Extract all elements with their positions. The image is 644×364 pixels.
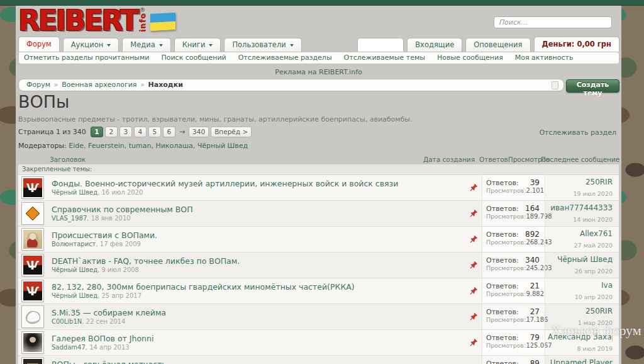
thread-title[interactable]: S.Mi.35 — собираем клейма [52, 308, 465, 317]
tab-money[interactable]: Деньги: 0,00 грн [534, 37, 620, 52]
thread-title[interactable]: Справочник по современным ВОП [52, 205, 465, 214]
subnav-watched-threads[interactable]: Отслеживаемые темы [344, 54, 425, 62]
tab-alerts[interactable]: Оповещения [465, 38, 530, 52]
replies-count: 340 [525, 256, 540, 264]
last-post-date[interactable]: 1 мар 2020 [578, 319, 613, 326]
page-button-4[interactable]: 4 [134, 127, 147, 137]
thread-title[interactable]: Галерея ВОПов от Jhonni [52, 334, 465, 343]
last-post-user[interactable]: Iva [548, 281, 613, 290]
avatar-upa-trident[interactable] [22, 280, 43, 302]
thread-author[interactable]: Saddam47 [52, 344, 86, 351]
avatar-upa-trident[interactable] [22, 177, 43, 198]
moderator-link[interactable]: Eide [69, 142, 84, 150]
thread-author[interactable]: Чёрный Швед [52, 292, 97, 299]
table-row: 82, 132, 280, 300мм боеприпасы гвардейск… [18, 278, 619, 304]
thread-author[interactable]: Чёрный Швед [52, 189, 97, 196]
last-post-user[interactable]: 250RIR [548, 307, 613, 316]
last-post-date[interactable]: 27 май 2020 [574, 242, 613, 249]
ad-link[interactable]: Реклама на REIBERT.info [16, 68, 621, 76]
page-button-1[interactable]: 1 [91, 127, 103, 137]
header-last-message[interactable]: Последнее сообщение↓ [541, 156, 619, 163]
page-button-3[interactable]: 3 [119, 127, 132, 137]
page-skip-arrow[interactable]: → [179, 128, 185, 136]
pin-icon [469, 287, 478, 295]
breadcrumb-forum[interactable]: Форум [26, 79, 50, 91]
thread-title[interactable]: Происшествия с ВОПами. [52, 230, 465, 240]
subnav-my-activity[interactable]: Моя активность [515, 54, 574, 62]
tab-account[interactable] [357, 38, 404, 52]
subnav-new-posts[interactable]: Новые сообщения [437, 54, 503, 62]
moderators-label: Модераторы: [18, 142, 67, 150]
thread-author[interactable]: C00Lib1N [52, 318, 82, 325]
table-row: Фонды. Военно-исторический музей артилле… [18, 175, 619, 201]
table-row: Галерея ВОПов от Jhonni Saddam4714 апр 2… [18, 330, 619, 356]
tab-media[interactable]: Медиа [122, 38, 170, 52]
table-row: Происшествия с ВОПами. Волюнтарист17 фев… [18, 227, 619, 253]
site-logo[interactable]: REIBERT ® info [18, 6, 175, 35]
thread-title[interactable]: DEATH`актив - FAQ, точнее ликбез по ВОПа… [52, 256, 465, 266]
last-post-user[interactable]: иван777444333 [548, 203, 613, 212]
avatar-hazard-diamond[interactable] [22, 203, 43, 224]
header-replies[interactable]: Ответов [479, 156, 508, 163]
quick-nav-icon[interactable] [552, 81, 558, 89]
tab-books[interactable]: Книги [174, 38, 221, 52]
last-post-date[interactable]: 19 июл 2020 [573, 190, 613, 197]
replies-count: 27 [530, 307, 540, 316]
tab-inbox[interactable]: Входящие [407, 38, 462, 52]
last-post-date[interactable]: 14 июн 2020 [573, 216, 613, 223]
breadcrumb: Форум » Военная археология » Находки [18, 79, 564, 91]
ukraine-flag-icon [150, 13, 175, 31]
watch-forum-link[interactable]: Отслеживать раздел [539, 128, 616, 137]
search-input[interactable] [494, 16, 612, 28]
thread-title[interactable]: Фонды. Военно-исторический музей артилле… [52, 179, 465, 188]
last-post-date[interactable]: 8 июл 2019 [577, 345, 613, 352]
pinned-threads-label: Закрепленные темы: [18, 164, 619, 175]
tab-auction[interactable]: Аукцион [63, 38, 119, 52]
pin-icon [469, 209, 478, 218]
last-post-user[interactable]: Чёрный Швед [548, 255, 613, 264]
views-label: Просмотров: [486, 264, 526, 271]
last-post-user[interactable]: 250RIR [548, 178, 613, 186]
thread-author[interactable]: VLAS_1987 [52, 215, 87, 222]
avatar-portrait-painting[interactable] [22, 229, 43, 250]
avatar-book-cover[interactable] [22, 358, 43, 364]
thread-author[interactable]: Чёрный Швед [52, 266, 97, 273]
page-button-2[interactable]: 2 [105, 127, 118, 137]
moderator-link[interactable]: tuman [125, 142, 152, 150]
thread-title[interactable]: 82, 132, 280, 300мм боеприпасы гвардейск… [52, 282, 465, 292]
tab-users[interactable]: Пользователи [224, 38, 301, 52]
avatar-bw-photo[interactable] [22, 332, 43, 353]
pin-icon [469, 183, 478, 192]
thread-author[interactable]: Волюнтарист [52, 241, 96, 247]
page-button-6[interactable]: 6 [163, 127, 175, 137]
last-post-user[interactable]: Allex761 [548, 229, 613, 238]
header-date-created[interactable]: Дата создания [420, 156, 478, 163]
avatar-mine-sketch[interactable] [22, 306, 43, 327]
next-page-button[interactable]: Вперёд > [211, 127, 252, 137]
create-thread-button[interactable]: Создать тему [566, 79, 619, 93]
replies-count: 892 [525, 230, 540, 239]
moderator-link[interactable]: Николаша [151, 142, 192, 150]
avatar-upa-trident[interactable] [22, 254, 43, 276]
moderator-link[interactable]: Чёрный Швед [193, 142, 248, 150]
pin-icon [469, 261, 478, 270]
breadcrumb-section[interactable]: Военная археология [62, 79, 136, 91]
page-button-last[interactable]: 340 [189, 127, 209, 137]
thread-created-date: 14 апр 2013 [86, 344, 130, 351]
page-button-5[interactable]: 5 [148, 127, 161, 137]
last-post-user[interactable]: Unnamed Player [548, 358, 613, 364]
last-post-date[interactable]: 26 апр 2020 [575, 268, 613, 275]
last-post-date[interactable]: 10 апр 2020 [575, 293, 613, 300]
replies-label: Ответов: [486, 308, 519, 316]
thread-created-date: 16 июл 2020 [97, 189, 143, 196]
logo-text: REIBERT [18, 6, 138, 35]
subnav-search-posts[interactable]: Поиск сообщений [161, 54, 226, 62]
thread-title[interactable]: ВОПы - серьёзная матчасть [52, 360, 465, 364]
moderator-link[interactable]: Feuerstein [84, 142, 125, 150]
subnav-mark-read[interactable]: Отметить разделы прочитанными [24, 54, 149, 62]
tab-forum[interactable]: Форум [18, 37, 60, 52]
forum-page: REIBERT ® info Форум Аукцион Медиа Книги… [16, 5, 621, 364]
subnav-watched-forums[interactable]: Отслеживаемые разделы [238, 54, 332, 62]
replies-count: 21 [530, 282, 540, 290]
last-post-user[interactable]: Александр Захаров [548, 333, 613, 341]
